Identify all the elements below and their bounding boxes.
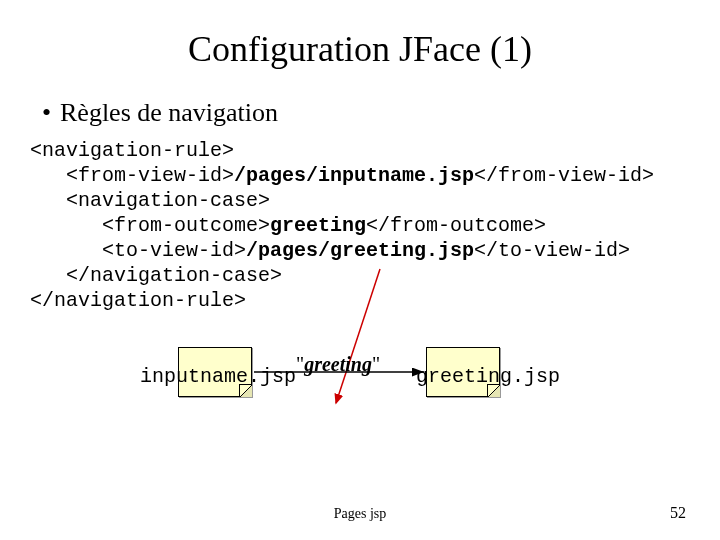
- code-line: </navigation-rule>: [30, 289, 246, 312]
- code-line: <to-view-id>: [30, 239, 246, 262]
- footer-text: Pages jsp: [0, 506, 720, 522]
- code-line: <navigation-rule>: [30, 139, 234, 162]
- bullet-item: •Règles de navigation: [42, 98, 720, 128]
- diagram-label-source: inputname.jsp: [140, 365, 296, 388]
- flow-arrow-icon: [0, 337, 720, 417]
- bullet-text: Règles de navigation: [60, 98, 278, 127]
- code-line: </from-view-id>: [474, 164, 654, 187]
- slide-title: Configuration JFace (1): [0, 28, 720, 70]
- diagram-edge-label: "greeting": [296, 353, 380, 376]
- code-line: </to-view-id>: [474, 239, 630, 262]
- bullet-dot: •: [42, 98, 60, 128]
- code-line: <from-outcome>: [30, 214, 270, 237]
- code-bold: /pages/inputname.jsp: [234, 164, 474, 187]
- page-number: 52: [670, 504, 686, 522]
- code-line: <from-view-id>: [30, 164, 234, 187]
- quote-mark: ": [372, 353, 380, 375]
- code-bold: /pages/greeting.jsp: [246, 239, 474, 262]
- code-line: </navigation-case>: [30, 264, 282, 287]
- diagram-label-target: greeting.jsp: [416, 365, 560, 388]
- code-block: <navigation-rule> <from-view-id>/pages/i…: [30, 138, 720, 313]
- code-line: <navigation-case>: [30, 189, 270, 212]
- quote-mark: ": [296, 353, 304, 375]
- navigation-diagram: inputname.jsp greeting.jsp "greeting": [0, 337, 720, 417]
- edge-word: greeting: [304, 353, 372, 375]
- code-bold: greeting: [270, 214, 366, 237]
- code-line: </from-outcome>: [366, 214, 546, 237]
